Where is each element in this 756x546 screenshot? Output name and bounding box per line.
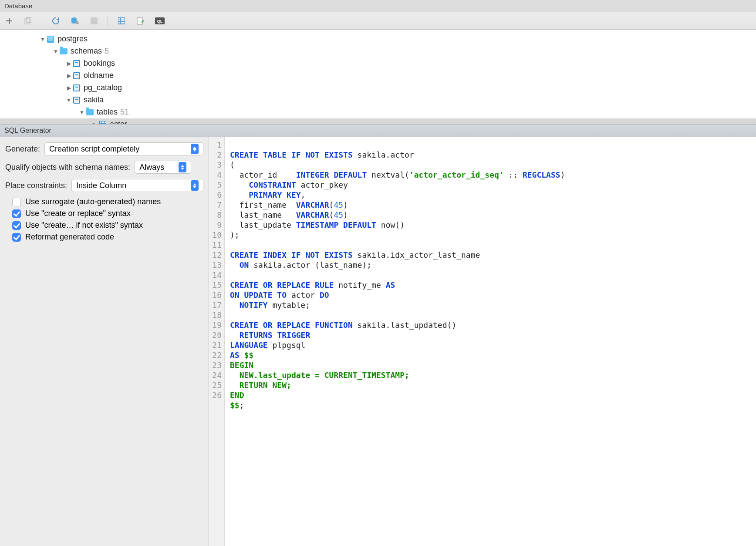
folder-icon <box>59 48 68 55</box>
line-number-gutter: 1 2 3 4 5 6 7 8 9 10 11 12 13 14 15 16 1… <box>209 137 225 546</box>
open-console-button[interactable]: QL <box>154 15 165 27</box>
reformat-code-checkbox[interactable] <box>12 233 21 242</box>
checkbox-label: Use "create… if not exists" syntax <box>25 221 143 230</box>
stepper-icon <box>179 162 186 172</box>
svg-text:QL: QL <box>157 19 163 24</box>
sql-generator-title: SQL Generator <box>4 127 51 135</box>
tree-node-schemas[interactable]: schemas 5 <box>0 45 756 57</box>
stop-button[interactable] <box>88 15 100 27</box>
chevron-down-icon[interactable] <box>39 35 46 44</box>
svg-rect-6 <box>137 17 142 24</box>
chevron-right-icon[interactable] <box>65 60 72 68</box>
database-panel-header: Database <box>0 0 756 12</box>
schema-icon <box>72 72 81 79</box>
sql-generator-options: Generate: Creation script completely Qua… <box>0 137 209 546</box>
tree-node-oldname[interactable]: oldname <box>0 70 756 82</box>
refresh-button[interactable] <box>50 15 61 27</box>
svg-point-4 <box>77 22 78 23</box>
table-view-button[interactable] <box>116 15 127 27</box>
duplicate-icon[interactable] <box>23 15 34 27</box>
generate-label: Generate: <box>5 145 40 154</box>
checkbox-label: Reformat generated code <box>25 233 114 242</box>
tree-node-tables[interactable]: tables 51 <box>0 106 756 118</box>
surrogate-names-checkbox[interactable] <box>12 198 21 206</box>
chevron-down-icon[interactable] <box>52 47 59 56</box>
place-constraints-select[interactable]: Inside Column <box>71 179 203 192</box>
tree-node-pgcatalog[interactable]: pg_catalog <box>0 82 756 94</box>
database-toolbar: QL <box>0 12 756 30</box>
select-value: Always <box>139 163 164 172</box>
tree-count: 5 <box>105 45 109 57</box>
svg-rect-5 <box>91 17 98 24</box>
generate-select[interactable]: Creation script completely <box>44 142 203 155</box>
tree-label: schemas <box>71 45 102 57</box>
sql-preview: 1 2 3 4 5 6 7 8 9 10 11 12 13 14 15 16 1… <box>209 137 756 546</box>
place-constraints-label: Place constraints: <box>5 181 67 190</box>
chevron-right-icon[interactable] <box>65 84 72 92</box>
tree-node-sakila[interactable]: sakila <box>0 94 756 106</box>
create-or-replace-checkbox[interactable] <box>12 209 21 218</box>
tree-label: tables <box>97 106 118 118</box>
tree-label: actor <box>110 118 127 124</box>
tree-node-bookings[interactable]: bookings <box>0 57 756 70</box>
schema-icon <box>72 84 81 91</box>
select-value: Inside Column <box>76 181 126 190</box>
checkbox-label: Use surrogate (auto-generated) names <box>25 197 161 206</box>
chevron-down-icon[interactable] <box>78 108 85 117</box>
qualify-select[interactable]: Always <box>135 161 191 174</box>
edit-source-button[interactable] <box>135 15 146 27</box>
schema-icon <box>72 60 81 67</box>
checkbox-label: Use "create or replace" syntax <box>25 209 131 218</box>
new-datasource-button[interactable] <box>3 15 15 27</box>
if-not-exists-checkbox[interactable] <box>12 221 21 230</box>
database-icon <box>46 36 55 43</box>
tree-label: sakila <box>84 94 104 106</box>
chevron-down-icon[interactable] <box>65 96 72 104</box>
stepper-icon <box>191 144 199 154</box>
qualify-label: Qualify objects with schema names: <box>5 163 130 172</box>
table-icon <box>98 121 107 124</box>
chevron-right-icon[interactable] <box>91 121 98 124</box>
stepper-icon <box>191 180 199 191</box>
sql-code[interactable]: CREATE TABLE IF NOT EXISTS sakila.actor … <box>225 137 756 546</box>
tree-label: oldname <box>84 70 114 82</box>
tree-label: bookings <box>84 57 115 70</box>
select-value: Creation script completely <box>49 145 139 154</box>
tree-label: postgres <box>57 33 88 45</box>
datasource-properties-button[interactable] <box>69 15 81 27</box>
schema-icon <box>72 97 81 104</box>
tree-node-postgres[interactable]: postgres <box>0 33 756 45</box>
svg-rect-0 <box>25 19 29 24</box>
tree-count: 51 <box>120 106 129 118</box>
database-title: Database <box>4 2 32 10</box>
folder-icon <box>85 109 94 116</box>
database-tree[interactable]: postgres schemas 5 bookings oldname pg_c… <box>0 30 756 124</box>
sql-generator-header: SQL Generator <box>0 124 756 137</box>
chevron-right-icon[interactable] <box>65 72 72 80</box>
svg-rect-1 <box>27 17 31 23</box>
tree-label: pg_catalog <box>84 82 122 94</box>
tree-node-actor[interactable]: actor <box>0 118 756 124</box>
